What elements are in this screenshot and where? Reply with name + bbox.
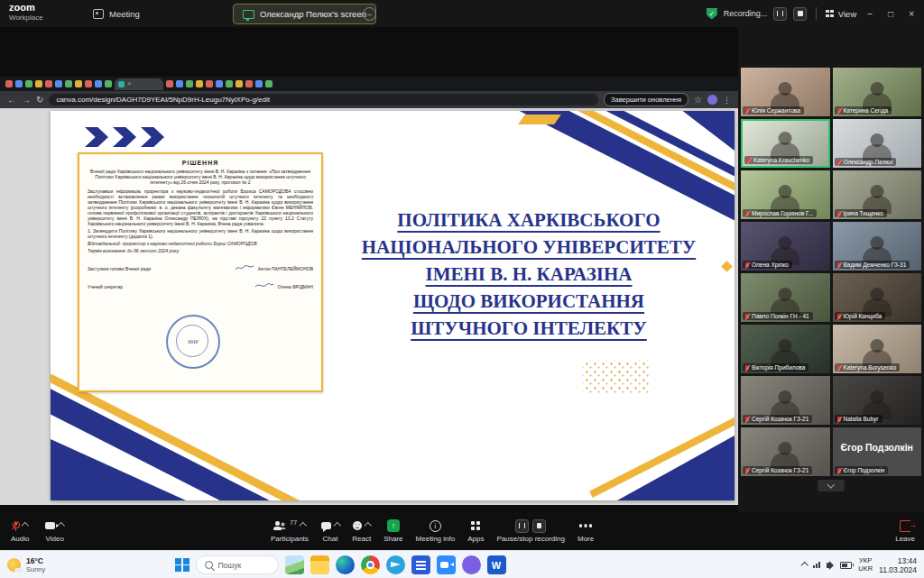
chat-options-chevron-icon[interactable] [334, 522, 341, 529]
chevron-down-icon [827, 482, 835, 489]
audio-button[interactable]: Audio [11, 519, 29, 543]
muted-mic-icon [745, 417, 749, 422]
chevron-shape [85, 127, 108, 147]
word-app-icon[interactable] [487, 555, 506, 574]
dot-grid-decoration [583, 360, 650, 394]
collapse-tab-icon[interactable]: − [363, 7, 376, 21]
signature-row: Учений секретар Олена ФРІДМАН [88, 282, 313, 289]
camera-icon [45, 522, 55, 529]
participant-tile[interactable]: Юлія Сержантова [741, 68, 830, 116]
finish-update-button: Завершити оновлення [604, 93, 688, 106]
participant-tile[interactable]: Сергій Козачок ГЗ-21 [741, 427, 830, 476]
windows-taskbar: 16°C Sunny Пошук УКР [0, 550, 924, 578]
minimize-button[interactable]: − [863, 9, 877, 19]
active-browser-tab: × [115, 78, 163, 90]
pause-stop-recording-button[interactable]: Pause/stop recording [496, 519, 565, 543]
participant-tile[interactable]: Вікторія Прибилова [741, 325, 830, 373]
browser-tab-favicon [85, 80, 92, 87]
muted-mic-icon [745, 262, 749, 268]
participant-name: Kateryna Kravchenko [753, 157, 809, 163]
stop-recording-button[interactable] [793, 7, 807, 21]
leave-label: Leave [895, 535, 915, 543]
zoom-app-icon[interactable] [437, 555, 456, 574]
video-options-chevron-icon[interactable] [58, 522, 65, 529]
participant-tile[interactable]: Юрій Канциба [833, 273, 922, 322]
recording-status: Recording... [724, 9, 768, 18]
participant-name: Олена Хріпко [752, 261, 789, 268]
muted-mic-icon [837, 314, 841, 319]
view-button[interactable]: View [826, 9, 856, 19]
maximize-button[interactable]: □ [883, 9, 898, 19]
search-box[interactable]: Пошук [196, 555, 279, 574]
participant-tile[interactable]: Вадим Демченко ГЗ-31 [833, 222, 922, 271]
language-line2: UKR [858, 565, 873, 573]
apps-label: Apps [467, 535, 484, 543]
participant-tile[interactable]: Олена Хріпко [741, 222, 830, 271]
participant-tile[interactable]: Мирослав Горіянов Г... [741, 170, 830, 219]
reload-icon: ↻ [36, 96, 43, 105]
more-dots-icon [579, 524, 583, 528]
chevron-decoration [85, 127, 169, 147]
participant-tile[interactable]: Олександр Пелюх [833, 119, 922, 168]
start-button[interactable] [175, 558, 189, 573]
volume-icon[interactable] [827, 563, 830, 568]
pause-recording-button[interactable] [773, 7, 787, 21]
more-label: More [578, 535, 594, 543]
browser-profile-avatar [707, 95, 717, 105]
documents-app-icon[interactable] [411, 555, 430, 574]
stop-recording-icon[interactable] [532, 519, 546, 533]
network-icon[interactable] [813, 562, 820, 568]
video-button[interactable]: Video [45, 519, 64, 543]
close-button[interactable]: × [904, 9, 919, 19]
participants-options-chevron-icon[interactable] [300, 522, 307, 529]
battery-icon[interactable] [840, 562, 852, 569]
tab-meeting[interactable]: Meeting [86, 0, 147, 27]
participant-tile[interactable]: Natalia Bubyr [833, 376, 922, 425]
language-switcher[interactable]: УКР UKR [858, 557, 873, 573]
view-grid-icon [826, 10, 829, 14]
react-options-chevron-icon[interactable] [365, 522, 372, 529]
edge-browser-icon[interactable] [336, 555, 355, 574]
audio-options-chevron-icon[interactable] [22, 522, 29, 529]
react-button[interactable]: React [352, 519, 371, 543]
meeting-info-button[interactable]: Meeting info [416, 519, 456, 543]
zoom-titlebar: zoom Workplace Meeting Олександр Пелюх's… [0, 0, 924, 27]
telegram-icon[interactable] [386, 555, 405, 574]
participant-tile-active-speaker[interactable]: Kateryna Kravchenko [741, 119, 830, 168]
chevron-shape [113, 127, 136, 147]
leave-button[interactable]: Leave [895, 519, 915, 543]
participant-tile[interactable]: Kateryna Borysenko [833, 325, 922, 373]
chat-button[interactable]: Chat [321, 519, 340, 543]
participant-name: Ірина Тищенко [844, 210, 883, 216]
workplace-label: Workplace [9, 13, 43, 23]
hidden-icons-chevron-icon[interactable] [801, 562, 808, 569]
browser-tab-favicon [75, 80, 82, 87]
participant-tile-camera-off[interactable]: Єгор Подзолкін Єгор Подзолкін [833, 427, 922, 476]
participants-button[interactable]: 77 Participants [271, 519, 309, 543]
browser-tab-strip: × [0, 77, 738, 91]
muted-mic-icon [745, 365, 749, 371]
more-button[interactable]: More [578, 519, 594, 543]
participant-tile[interactable]: Сергій Козачок ГЗ-21 [741, 376, 830, 425]
participant-tile[interactable]: Катерина Сегіда [833, 68, 922, 116]
viber-icon[interactable] [462, 555, 481, 574]
pause-recording-icon[interactable] [515, 519, 529, 533]
clock[interactable]: 13:44 11.03.2024 [879, 556, 917, 574]
photos-app-icon[interactable] [285, 555, 304, 574]
weather-widget[interactable]: 16°C Sunny [7, 551, 45, 578]
shared-screen-tab-label: Олександр Пелюх's screen [260, 9, 366, 19]
screen-share-icon [243, 10, 254, 19]
audio-label: Audio [11, 535, 29, 543]
tab-shared-screen[interactable]: Олександр Пелюх's screen [233, 4, 376, 24]
file-explorer-icon[interactable] [310, 555, 329, 574]
signature-name: Антон ПАНТЕЛЕЙМОНОВ [258, 266, 313, 271]
share-button[interactable]: Share [383, 519, 402, 543]
slide-title: ПОЛІТИКА ХАРКІВСЬКОГО НАЦІОНАЛЬНОГО УНІВ… [337, 206, 720, 342]
scroll-participants-button[interactable] [818, 480, 845, 491]
participant-tile[interactable]: Павло Понкін ГН - 41 [741, 273, 830, 322]
apps-button[interactable]: Apps [467, 519, 484, 543]
chrome-browser-icon[interactable] [361, 555, 380, 574]
zoom-logo: zoom Workplace [9, 3, 43, 23]
browser-tab-favicon [95, 80, 102, 87]
participant-tile[interactable]: Ірина Тищенко [833, 170, 922, 219]
